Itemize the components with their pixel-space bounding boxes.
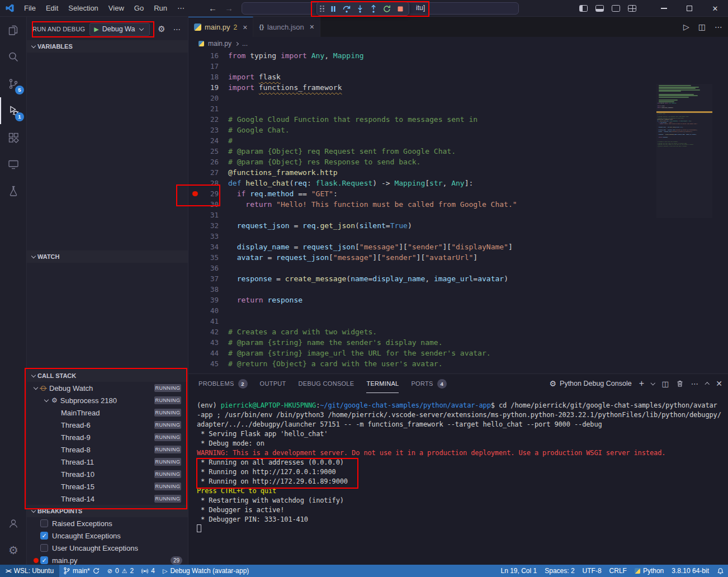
checkbox[interactable] [40, 544, 48, 552]
call-stack-item-thread-15[interactable]: Thread-15RUNNING [27, 480, 188, 493]
pause-button[interactable] [327, 3, 339, 15]
panel-tab-problems[interactable]: PROBLEMS2 [198, 374, 248, 393]
notifications-bell[interactable] [713, 565, 728, 577]
checkbox[interactable] [40, 519, 48, 527]
problems-status[interactable]: ⊘ 0 ⚠ 2 [103, 565, 138, 577]
minimap[interactable]: from typing import Any, Mappingimport fl… [656, 84, 712, 218]
minimize-button[interactable] [651, 0, 677, 17]
call-stack-item-thread-9[interactable]: Thread-9RUNNING [27, 431, 188, 443]
breakpoint-dot[interactable] [192, 191, 198, 197]
close-panel-icon[interactable]: ✕ [716, 379, 722, 388]
breakpoint-gutter[interactable] [188, 358, 202, 369]
indentation-status[interactable]: Spaces: 2 [541, 565, 578, 577]
stop-button[interactable] [394, 3, 406, 15]
close-tab-icon[interactable]: × [310, 22, 314, 31]
call-stack-item-thread-11[interactable]: Thread-11RUNNING [27, 456, 188, 468]
checkbox[interactable]: ✓ [40, 556, 48, 564]
split-terminal-icon[interactable]: ◫ [661, 380, 668, 388]
breakpoint-gutter[interactable] [188, 220, 202, 231]
kill-terminal-icon[interactable] [676, 380, 684, 387]
eol-status[interactable]: CRLF [606, 565, 631, 577]
debug-session-status[interactable]: ▷ Debug Watch (avatar-app) [159, 565, 253, 577]
customize-layout-icon[interactable] [628, 5, 636, 12]
call-stack-section-header[interactable]: CALL STACK [27, 370, 188, 382]
call-stack-item-thread-10[interactable]: Thread-10RUNNING [27, 468, 188, 480]
menu-edit[interactable]: Edit [41, 0, 63, 17]
cursor-position[interactable]: Ln 19, Col 1 [497, 565, 541, 577]
activitybar-settings[interactable]: ⚙ [0, 537, 27, 564]
breakpoint-gutter[interactable] [188, 295, 202, 305]
breakpoint-gutter[interactable] [188, 199, 202, 210]
activitybar-search[interactable] [0, 44, 27, 70]
terminal[interactable]: (env) pierrick@LAPTOP-HKU5PNNG:~/git/goo… [188, 393, 728, 565]
menu-selection[interactable]: Selection [63, 0, 103, 17]
maximize-button[interactable] [677, 0, 702, 17]
breakpoint-gutter[interactable] [188, 135, 202, 146]
breadcrumb-file[interactable]: main.py [208, 40, 231, 48]
breakpoint-gutter[interactable] [188, 263, 202, 273]
checkbox[interactable]: ✓ [40, 532, 48, 540]
start-debug-icon[interactable]: ▶ [94, 26, 98, 33]
forward-button[interactable]: → [225, 3, 233, 13]
menu-go[interactable]: Go [129, 0, 149, 17]
breakpoint-gutter[interactable] [188, 210, 202, 220]
breakpoint-gutter[interactable] [188, 231, 202, 242]
breakpoint-gutter[interactable] [188, 146, 202, 157]
breakpoint-gutter[interactable] [188, 316, 202, 327]
chevron-down-icon[interactable] [34, 385, 38, 390]
breakpoint-gutter[interactable] [188, 82, 202, 93]
breakpoint-gutter[interactable] [188, 252, 202, 263]
call-stack-item-thread-6[interactable]: Thread-6RUNNING [27, 419, 188, 431]
activitybar-account[interactable] [0, 510, 27, 537]
menu-view[interactable]: View [103, 0, 129, 17]
call-stack-item-debug-watch[interactable]: Debug WatchRUNNING [27, 382, 188, 394]
tab-main-py[interactable]: main.py2× [188, 17, 253, 37]
activitybar-extensions[interactable] [0, 124, 27, 151]
maximize-panel-icon[interactable] [705, 382, 710, 387]
breakpoint-gutter[interactable] [188, 188, 202, 199]
breadcrumb[interactable]: main.py ... [188, 37, 728, 50]
back-button[interactable]: ← [209, 3, 217, 13]
language-mode[interactable]: Python [631, 565, 668, 577]
breakpoint-gutter[interactable] [188, 242, 202, 252]
chevron-down-icon[interactable] [44, 398, 49, 402]
toggle-sidebar-icon[interactable] [579, 5, 588, 12]
activitybar-testing[interactable] [0, 178, 27, 205]
git-branch-status[interactable]: main* [59, 565, 103, 577]
breakpoint-gutter[interactable] [188, 337, 202, 348]
panel-tab-debug-console[interactable]: DEBUG CONSOLE [299, 374, 354, 393]
restart-button[interactable] [381, 3, 393, 15]
activitybar-source-control[interactable]: 5 [0, 70, 27, 97]
breakpoint-gutter[interactable] [188, 114, 202, 125]
drag-handle-icon[interactable] [320, 6, 324, 12]
more-actions-icon[interactable]: ⋯ [173, 25, 181, 34]
ports-status[interactable]: 4 [138, 565, 159, 577]
step-into-button[interactable] [354, 3, 366, 15]
menu-run[interactable]: Run [149, 0, 172, 17]
close-tab-icon[interactable]: × [243, 23, 247, 32]
breakpoint-gutter[interactable] [188, 61, 202, 72]
activitybar-explorer[interactable] [0, 17, 27, 44]
toggle-secondary-sidebar-icon[interactable] [612, 5, 620, 12]
launch-config-dropdown[interactable]: ▶ Debug Wa [89, 23, 150, 36]
breakpoint-gutter[interactable] [188, 178, 202, 188]
breakpoint-gutter[interactable] [188, 50, 202, 61]
breakpoint-gutter[interactable] [188, 93, 202, 103]
breakpoint-gutter[interactable] [188, 125, 202, 135]
breakpoint-gutter[interactable] [188, 72, 202, 82]
panel-more-actions-icon[interactable]: ⋯ [691, 380, 698, 388]
breakpoint-gutter[interactable] [188, 348, 202, 358]
breadcrumb-more[interactable]: ... [242, 40, 248, 48]
watch-section-header[interactable]: WATCH [27, 250, 188, 263]
open-launch-json-icon[interactable]: ⚙ [158, 24, 165, 34]
breakpoint-gutter[interactable] [188, 157, 202, 167]
breakpoint-gutter[interactable] [188, 103, 202, 114]
split-editor-icon[interactable]: ◫ [698, 22, 706, 31]
call-stack-item-subprocess-2180[interactable]: ⚙Subprocess 2180RUNNING [27, 394, 188, 406]
activitybar-remote-explorer[interactable] [0, 151, 27, 178]
panel-tab-output[interactable]: OUTPUT [260, 374, 286, 393]
code-editor[interactable]: 16from typing import Any, Mapping1718imp… [188, 50, 720, 373]
run-python-file-icon[interactable]: ▷ [683, 22, 689, 31]
breakpoint-gutter[interactable] [188, 273, 202, 284]
variables-section-header[interactable]: VARIABLES [27, 40, 188, 53]
